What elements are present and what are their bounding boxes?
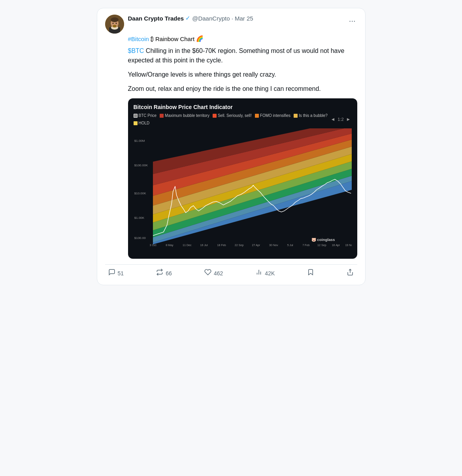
svg-text:$1.00K: $1.00K xyxy=(134,216,144,220)
tweet-paragraph-2: Yellow/Orange levels is where things get… xyxy=(128,70,357,79)
legend-items-group: BTC Price Maximum bubble territory Sell.… xyxy=(134,113,330,125)
subtitle-text: Rainbow Chart xyxy=(155,36,194,42)
svg-text:$1.00M: $1.00M xyxy=(134,139,145,143)
legend-sell: Sell. Seriously, sell! xyxy=(213,113,252,118)
svg-text:$10.00K: $10.00K xyxy=(134,192,146,195)
chart-prev-btn[interactable]: ◄ xyxy=(330,117,336,122)
svg-text:7 Feb: 7 Feb xyxy=(302,244,309,247)
chart-nav: ◄ 1:2 ► xyxy=(330,117,351,122)
verified-icon: ✓ xyxy=(185,15,190,22)
reply-button[interactable]: 51 xyxy=(105,266,127,280)
tweet-subtitle: #Bitcoin ₿ Rainbow Chart 🌈 xyxy=(128,35,357,42)
retweet-count: 66 xyxy=(166,270,172,277)
svg-text:18 Feb: 18 Feb xyxy=(217,244,226,247)
btc-tag[interactable]: $BTC xyxy=(128,47,144,54)
share-button[interactable] xyxy=(343,266,357,280)
legend-fomo: FOMO intensifies xyxy=(255,113,290,118)
tweet-actions: 51 66 462 42K xyxy=(105,264,357,280)
handle-date: @DaanCrypto · Mar 25 xyxy=(192,15,253,22)
reply-icon xyxy=(108,269,115,278)
chart-title: Bitcoin Rainbow Price Chart Indicator xyxy=(134,104,352,110)
rainbow-emoji: 🌈 xyxy=(196,35,204,42)
svg-point-8 xyxy=(113,25,117,27)
reply-count: 51 xyxy=(118,270,124,277)
share-icon xyxy=(347,269,354,278)
svg-text:🐷 coinglass: 🐷 coinglass xyxy=(311,237,335,242)
tweet-header-left: Daan Crypto Trades ✓ @DaanCrypto · Mar 2… xyxy=(105,15,253,34)
like-button[interactable]: 462 xyxy=(201,266,226,280)
svg-text:12 Sep: 12 Sep xyxy=(317,244,326,247)
chart-next-btn[interactable]: ► xyxy=(345,117,352,122)
svg-text:11 Dec: 11 Dec xyxy=(183,244,192,247)
svg-point-6 xyxy=(112,23,113,24)
svg-text:$100.00K: $100.00K xyxy=(134,164,148,167)
user-info: Daan Crypto Trades ✓ @DaanCrypto · Mar 2… xyxy=(128,15,253,22)
display-name: Daan Crypto Trades xyxy=(128,15,184,22)
chart-legend-row: BTC Price Maximum bubble territory Sell.… xyxy=(134,113,352,125)
avatar xyxy=(105,15,124,34)
views-count: 42K xyxy=(265,270,275,277)
svg-text:22 Sep: 22 Sep xyxy=(234,244,243,247)
chart-nav-label: 1:2 xyxy=(338,117,343,122)
chart-svg: $1.00M $100.00K $10.00K $1.00K $100.00 xyxy=(134,128,352,255)
svg-text:5 Jul: 5 Jul xyxy=(287,244,293,247)
legend-btc-price: BTC Price xyxy=(134,113,157,118)
like-icon xyxy=(204,269,211,278)
chart-area: $1.00M $100.00K $10.00K $1.00K $100.00 xyxy=(134,128,352,255)
hashtag-bitcoin[interactable]: #Bitcoin xyxy=(128,36,149,42)
like-count: 462 xyxy=(214,270,223,277)
tweet-header: Daan Crypto Trades ✓ @DaanCrypto · Mar 2… xyxy=(105,15,357,34)
legend-hold: HOLD xyxy=(134,121,150,125)
bookmark-icon xyxy=(307,269,314,278)
views-icon xyxy=(255,269,262,278)
svg-text:3 Oct: 3 Oct xyxy=(149,244,156,247)
svg-text:$100.00: $100.00 xyxy=(134,236,145,240)
svg-text:16 Apr: 16 Apr xyxy=(332,244,340,247)
retweet-icon xyxy=(156,269,163,278)
svg-point-5 xyxy=(111,17,119,22)
legend-bubble: Is this a bubble? xyxy=(294,113,328,118)
svg-text:16 Jul: 16 Jul xyxy=(200,244,207,247)
svg-text:8 May: 8 May xyxy=(166,244,173,247)
views-button[interactable]: 42K xyxy=(252,266,278,280)
retweet-button[interactable]: 66 xyxy=(153,266,175,280)
bitcoin-emoji: ₿ xyxy=(151,36,154,42)
svg-text:19 Nov: 19 Nov xyxy=(345,244,352,247)
more-options-icon[interactable]: ··· xyxy=(347,15,357,27)
tweet-paragraph-1-text: Chilling in in the $60-70K region. Somet… xyxy=(128,47,345,64)
legend-max-bubble: Maximum bubble territory xyxy=(160,113,209,118)
svg-point-7 xyxy=(115,23,117,24)
svg-text:30 Nov: 30 Nov xyxy=(269,244,278,247)
tweet-card: Daan Crypto Trades ✓ @DaanCrypto · Mar 2… xyxy=(97,8,366,285)
svg-text:27 Apr: 27 Apr xyxy=(252,244,260,247)
chart-container: Bitcoin Rainbow Price Chart Indicator BT… xyxy=(128,98,357,259)
tweet-paragraph-1: $BTC Chilling in in the $60-70K region. … xyxy=(128,46,357,65)
tweet-paragraph-3: Zoom out, relax and enjoy the ride is th… xyxy=(128,84,357,94)
tweet-body: $BTC Chilling in in the $60-70K region. … xyxy=(128,46,357,94)
chart-inner: Bitcoin Rainbow Price Chart Indicator BT… xyxy=(128,98,357,259)
user-name-row: Daan Crypto Trades ✓ @DaanCrypto · Mar 2… xyxy=(128,15,253,22)
bookmark-button[interactable] xyxy=(304,266,317,280)
